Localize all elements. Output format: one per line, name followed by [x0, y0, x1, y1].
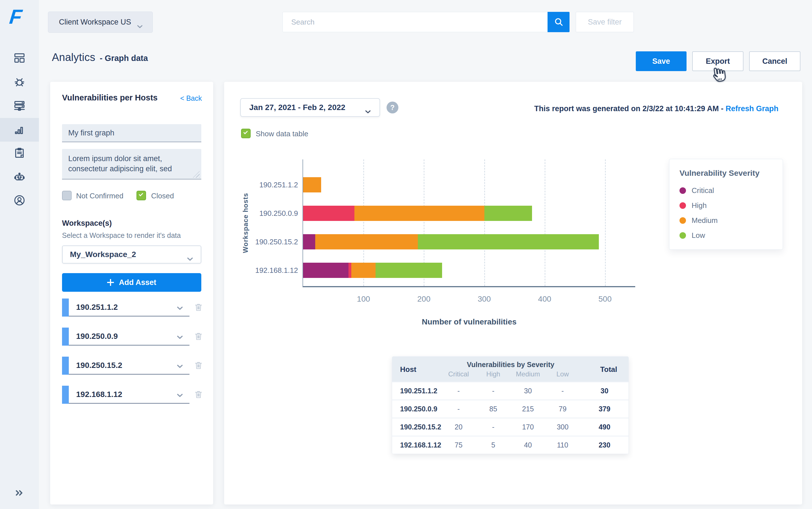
asset-row[interactable]: 190.250.0.9 — [62, 328, 189, 346]
cancel-button[interactable]: Cancel — [749, 52, 801, 71]
check-icon — [139, 192, 143, 196]
sidebar: F — [0, 0, 39, 509]
bar-segment-medium — [315, 234, 418, 249]
bar-segment-low — [375, 263, 442, 278]
sidebar-item-user[interactable] — [0, 189, 39, 213]
y-axis-label: Workspace hosts — [242, 193, 250, 253]
bar-row-190.251.1.2 — [303, 177, 635, 193]
back-link[interactable]: < Back — [180, 94, 202, 102]
global-search — [283, 12, 569, 32]
brand-logo: F — [8, 5, 24, 28]
cell-medium: 170 — [511, 423, 545, 431]
legend-item-high: High — [679, 201, 707, 210]
trash-icon — [194, 396, 203, 400]
bar-segment-medium — [355, 206, 484, 221]
delete-asset-button[interactable] — [193, 388, 204, 401]
client-workspace-label: Client Workspace US — [59, 18, 131, 27]
bar-segment-medium — [351, 263, 375, 278]
page-title: Analytics - Graph data — [52, 52, 148, 64]
export-button[interactable]: Export — [692, 52, 743, 71]
bar-segment-high — [303, 206, 355, 221]
bar-segment-high — [348, 263, 352, 278]
cell-total: 379 — [580, 405, 629, 413]
column-header-total: Total — [600, 365, 617, 374]
cell-low: 300 — [545, 423, 580, 431]
clipboard-icon — [13, 146, 26, 161]
cell-medium: 40 — [511, 441, 545, 449]
show-data-table-checkbox[interactable] — [241, 129, 251, 138]
bar-row-190.250.15.2 — [303, 234, 635, 249]
save-filter-button[interactable]: Save filter — [576, 12, 634, 32]
column-header-low: Low — [545, 370, 580, 378]
asset-row[interactable]: 190.251.1.2 — [62, 299, 189, 316]
delete-asset-button[interactable] — [193, 330, 204, 343]
cell-low: - — [545, 387, 580, 395]
workspace-selector[interactable]: My_Workspace_2 — [62, 245, 201, 264]
sidebar-item-analytics[interactable] — [0, 118, 39, 142]
servers-icon — [13, 99, 26, 113]
cell-high: - — [476, 387, 511, 395]
delete-asset-button[interactable] — [193, 360, 204, 372]
sidebar-expand-button[interactable] — [0, 484, 39, 503]
column-group-header: Vulnerabilities by Severity — [441, 361, 580, 369]
report-generated-prefix: This report was generated on 2/3/22 at 1… — [534, 104, 726, 113]
trash-icon — [194, 367, 203, 371]
asset-row[interactable]: 192.168.1.12 — [62, 386, 189, 404]
y-category-label: 190.251.1.2 — [233, 180, 298, 189]
cell-low: 110 — [545, 441, 580, 449]
bar-chart-icon — [13, 123, 26, 137]
date-range-label: Jan 27, 2021 - Feb 2, 2022 — [249, 103, 345, 112]
page-title-main: Analytics — [52, 52, 95, 64]
user-circle-icon — [13, 194, 26, 208]
graph-description-textarea[interactable]: Lorem ipsum dolor sit amet, consectetur … — [62, 149, 201, 179]
cell-high: 85 — [476, 405, 511, 413]
delete-asset-button[interactable] — [193, 301, 204, 314]
workspace-selected-label: My_Workspace_2 — [70, 250, 136, 259]
refresh-graph-link[interactable]: Refresh Graph — [726, 104, 778, 113]
asset-row[interactable]: 190.250.15.2 — [62, 357, 189, 375]
bug-icon — [13, 75, 26, 90]
report-panel: Jan 27, 2021 - Feb 2, 2022 ? This report… — [224, 82, 802, 505]
closed-label: Closed — [151, 192, 174, 200]
sidebar-item-dashboard[interactable] — [0, 47, 39, 71]
x-tick-label: 100 — [357, 295, 370, 304]
cell-critical: - — [441, 405, 476, 413]
severity-data-table: Host Vulnerabilities by Severity Critica… — [392, 357, 629, 454]
not-confirmed-checkbox[interactable] — [62, 191, 72, 200]
chart-legend: Vulnerability Severity Critical High Med… — [669, 159, 783, 250]
legend-item-critical: Critical — [679, 186, 714, 195]
plus-icon — [107, 279, 114, 286]
sidebar-item-agents[interactable] — [0, 165, 39, 189]
cell-total: 230 — [580, 441, 629, 449]
closed-checkbox[interactable] — [137, 191, 146, 200]
sidebar-item-planner[interactable] — [0, 142, 39, 165]
sidebar-item-hosts[interactable] — [0, 94, 39, 118]
sidebar-item-vulnerabilities[interactable] — [0, 71, 39, 94]
asset-ip: 192.168.1.12 — [76, 390, 122, 399]
bar-segment-critical — [303, 263, 348, 278]
date-range-selector[interactable]: Jan 27, 2021 - Feb 2, 2022 — [240, 98, 380, 117]
critical-dot-icon — [679, 188, 686, 194]
search-button[interactable] — [548, 12, 569, 32]
asset-marker — [62, 386, 69, 404]
bar-segment-low — [418, 234, 599, 249]
asset-ip: 190.251.1.2 — [76, 303, 118, 312]
table-row: 190.250.0.9 - 85 215 79 379 — [392, 400, 628, 417]
asset-ip: 190.250.0.9 — [76, 332, 118, 341]
help-icon[interactable]: ? — [386, 102, 398, 113]
page-title-sub: - Graph data — [100, 54, 148, 63]
client-workspace-selector[interactable]: Client Workspace US — [48, 11, 153, 33]
asset-ip: 190.250.15.2 — [76, 361, 122, 370]
graph-name-input[interactable] — [62, 124, 201, 142]
panel-title: Vulnerabilities per Hosts — [62, 93, 158, 102]
dashboard-icon — [13, 52, 26, 66]
cell-high: 5 — [476, 441, 511, 449]
save-button[interactable]: Save — [636, 52, 687, 71]
cell-critical: 20 — [441, 423, 476, 431]
search-input[interactable] — [283, 12, 569, 32]
column-header-medium: Medium — [511, 370, 545, 378]
report-generated-text: This report was generated on 2/3/22 at 1… — [534, 104, 778, 113]
workspaces-heading: Workspace(s) — [62, 219, 112, 228]
bar-segment-medium — [303, 177, 321, 193]
add-asset-button[interactable]: Add Asset — [62, 273, 201, 292]
